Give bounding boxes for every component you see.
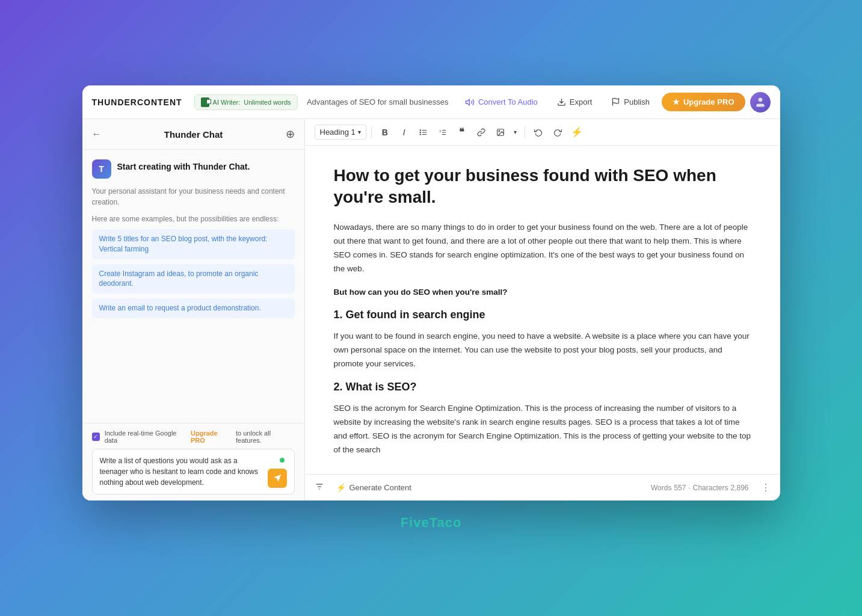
bullets-button[interactable]: [415, 124, 432, 141]
audio-icon: [465, 97, 475, 107]
toolbar-divider-1: [371, 126, 372, 138]
bold-button[interactable]: B: [377, 124, 393, 141]
google-data-label: Include real-time Google data: [105, 430, 186, 444]
checkbox-icon[interactable]: ✓: [92, 433, 100, 441]
generate-content-button[interactable]: ⚡ Generate Content: [331, 481, 416, 494]
export-label: Export: [570, 97, 593, 106]
publish-label: Publish: [624, 97, 650, 106]
app-window: THUNDERCONTENT AI Writer: Unlimited word…: [82, 85, 780, 500]
chars-count: 2,896: [730, 484, 748, 492]
undo-button[interactable]: [530, 124, 547, 141]
sidebar-title: Thunder Chat: [164, 129, 223, 140]
generate-lightning-icon: ⚡: [336, 483, 346, 492]
upgrade-label: Upgrade PRO: [683, 97, 734, 106]
chat-intro: T Start creating with Thunder Chat.: [92, 159, 295, 179]
export-button[interactable]: Export: [550, 94, 600, 110]
generate-label: Generate Content: [349, 483, 411, 492]
ai-badge: AI Writer: Unlimited words: [194, 94, 298, 110]
send-button[interactable]: [268, 469, 287, 488]
ai-badge-label2: Unlimited words: [244, 99, 291, 106]
svg-point-3: [758, 97, 762, 102]
status-dot: [280, 458, 285, 463]
avatar[interactable]: [750, 92, 771, 112]
sidebar-header: ← Thunder Chat ⊕: [82, 119, 304, 150]
article-body-2: SEO is the acronym for Search Engine Opt…: [334, 402, 751, 457]
upgrade-pro-button[interactable]: ★ Upgrade PRO: [662, 93, 745, 111]
upgrade-link[interactable]: Upgrade PRO: [191, 430, 231, 444]
example-2[interactable]: Create Instagram ad ideas, to promote an…: [92, 264, 295, 294]
upgrade-suffix: to unlock all features.: [236, 430, 294, 444]
branding: FiveTaco: [401, 515, 462, 531]
words-label: Words: [651, 484, 671, 492]
top-bar: THUNDERCONTENT AI Writer: Unlimited word…: [82, 85, 780, 119]
svg-point-10: [420, 132, 420, 132]
numbered-button[interactable]: [434, 124, 451, 141]
sidebar-body: T Start creating with Thunder Chat. Your…: [82, 150, 304, 423]
article-body: Nowadays, there are so many things to do…: [334, 221, 751, 457]
sidebar: ← Thunder Chat ⊕ T Start creating with T…: [82, 119, 305, 500]
chat-intro-text: Start creating with Thunder Chat.: [117, 162, 250, 171]
filter-icon[interactable]: [315, 482, 324, 494]
heading-select[interactable]: Heading 1 ▾: [315, 125, 366, 140]
star-icon: ★: [673, 97, 680, 106]
italic-button[interactable]: I: [396, 124, 413, 141]
svg-marker-5: [274, 475, 281, 482]
back-button[interactable]: ←: [92, 129, 102, 140]
convert-to-audio-button[interactable]: Convert To Audio: [458, 94, 545, 111]
link-icon: [477, 128, 485, 137]
image-icon: [496, 128, 505, 137]
send-icon: [273, 474, 282, 482]
publish-button[interactable]: Publish: [604, 94, 657, 110]
convert-label: Convert To Audio: [478, 97, 538, 106]
chat-input-area: [92, 449, 295, 494]
article-body-1: If you want to be found in search engine…: [334, 330, 751, 371]
ai-badge-label1: AI Writer:: [213, 99, 241, 106]
new-chat-icon[interactable]: ⊕: [286, 128, 295, 141]
top-actions: Convert To Audio Export Publish ★ U: [458, 92, 771, 112]
redo-icon: [553, 128, 562, 137]
example-1[interactable]: Write 5 titles for an SEO blog post, wit…: [92, 229, 295, 259]
tab-title: Advantages of SEO for small businesses: [305, 97, 451, 106]
article-title: How to get your business found with SEO …: [334, 165, 751, 209]
image-button[interactable]: [492, 124, 509, 141]
editor-panel: Heading 1 ▾ B I: [305, 119, 780, 500]
more-options-icon[interactable]: ⋮: [761, 482, 771, 493]
toolbar-divider-2: [525, 126, 525, 138]
words-count: 557: [674, 484, 686, 492]
word-stats: Words 557 · Characters 2,896: [651, 484, 749, 492]
svg-point-16: [499, 131, 500, 132]
examples-label: Here are some examples, but the possibil…: [92, 215, 295, 223]
image-dropdown-button[interactable]: ▾: [511, 124, 520, 141]
user-icon: [754, 96, 766, 108]
google-data-row: ✓ Include real-time Google data Upgrade …: [92, 430, 295, 444]
doc-icon: [201, 97, 209, 107]
editor-toolbar: Heading 1 ▾ B I: [305, 119, 780, 146]
article-bold-question: But how can you do SEO when you're small…: [334, 286, 751, 300]
numbered-icon: [439, 128, 447, 137]
svg-marker-0: [466, 99, 469, 105]
svg-point-9: [420, 129, 420, 130]
sidebar-footer: ✓ Include real-time Google data Upgrade …: [82, 423, 304, 500]
editor-content[interactable]: How to get your business found with SEO …: [305, 146, 780, 474]
svg-point-11: [420, 134, 420, 134]
publish-icon: [611, 97, 620, 106]
article-intro: Nowadays, there are so many things to do…: [334, 221, 751, 276]
main-content: ← Thunder Chat ⊕ T Start creating with T…: [82, 119, 780, 500]
quote-button[interactable]: ❝: [454, 124, 470, 141]
chat-description: Your personal assistant for your busines…: [92, 186, 295, 208]
export-icon: [557, 97, 566, 106]
chars-label: Characters: [693, 484, 728, 492]
undo-icon: [534, 128, 543, 137]
article-heading-2: 2. What is SEO?: [334, 381, 751, 393]
heading-select-label: Heading 1: [320, 128, 356, 137]
example-3[interactable]: Write an email to request a product demo…: [92, 298, 295, 318]
article-heading-1: 1. Get found in search engine: [334, 309, 751, 321]
chevron-down-icon: ▾: [358, 129, 361, 135]
stats-separator: ·: [688, 484, 690, 492]
link-button[interactable]: [473, 124, 490, 141]
editor-footer: ⚡ Generate Content Words 557 · Character…: [305, 474, 780, 500]
app-logo: THUNDERCONTENT: [92, 97, 182, 107]
chat-input[interactable]: [100, 455, 263, 488]
redo-button[interactable]: [549, 124, 566, 141]
lightning-button[interactable]: ⚡: [568, 124, 585, 141]
